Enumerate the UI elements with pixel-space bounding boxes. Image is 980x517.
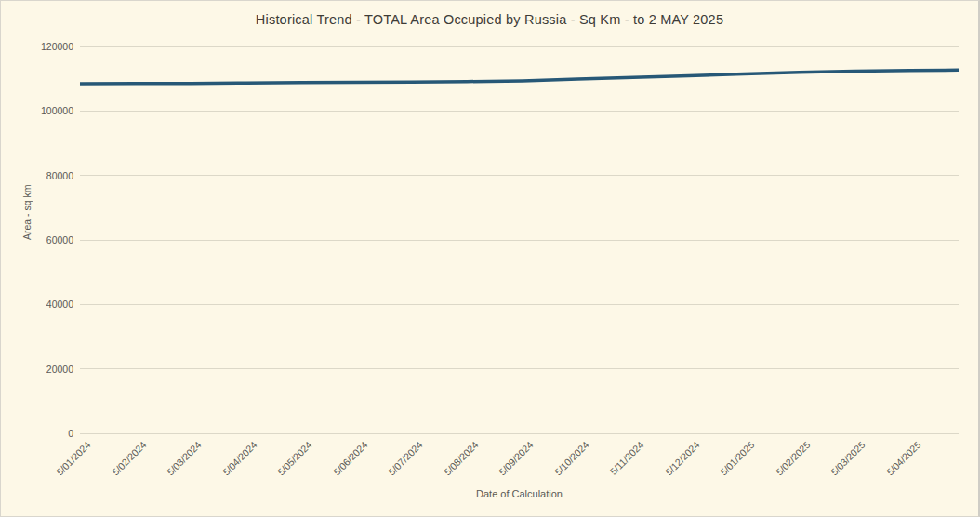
- y-tick-label: 0: [1, 427, 73, 440]
- y-tick-label: 20000: [1, 363, 73, 376]
- line-plot-area[interactable]: [80, 46, 959, 433]
- y-tick-label: 120000: [1, 40, 73, 53]
- y-tick-label: 60000: [1, 233, 73, 246]
- y-tick-label: 40000: [1, 298, 73, 311]
- chart-container: Historical Trend - TOTAL Area Occupied b…: [0, 0, 980, 517]
- chart-title: Historical Trend - TOTAL Area Occupied b…: [1, 12, 978, 27]
- x-axis-title: Date of Calculation: [80, 488, 959, 499]
- y-tick-label: 100000: [1, 104, 73, 117]
- trend-line[interactable]: [80, 70, 959, 84]
- y-tick-label: 80000: [1, 169, 73, 182]
